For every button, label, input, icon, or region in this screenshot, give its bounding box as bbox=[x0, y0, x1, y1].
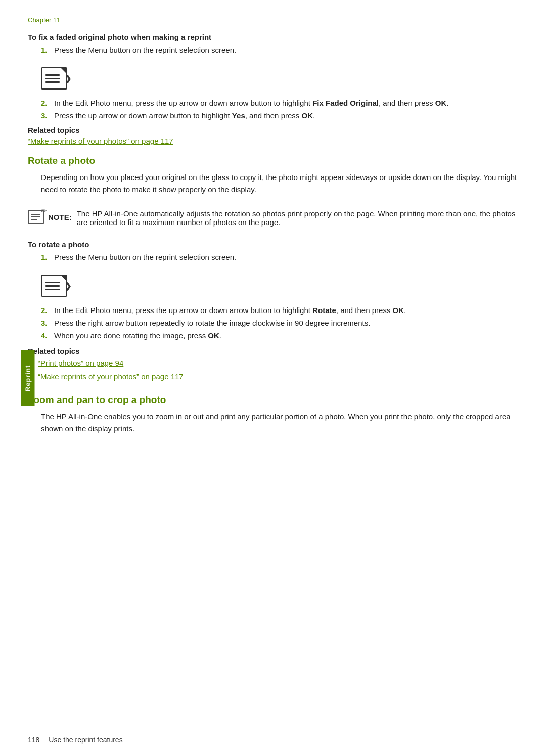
note-pencil-icon: ✏ bbox=[41, 207, 47, 215]
rotate-related-link-1[interactable]: “Print photos” on page 94 bbox=[38, 358, 123, 369]
menu-line-2 bbox=[46, 78, 60, 79]
fix-step-2-num: 2. bbox=[41, 99, 54, 107]
menu-line-1 bbox=[46, 74, 60, 76]
rotate-related-links: • “Print photos” on page 94 • “Make repr… bbox=[28, 358, 518, 382]
rotate-step-2-text: In the Edit Photo menu, press the up arr… bbox=[54, 306, 406, 315]
rotate-step-4: 4. When you are done rotating the image,… bbox=[41, 331, 518, 340]
rotate-related-heading: Related topics bbox=[28, 347, 518, 355]
step-num-1: 1. bbox=[41, 46, 54, 54]
fix-faded-section: To fix a faded original photo when makin… bbox=[28, 33, 518, 145]
rotate-step-1: 1. Press the Menu button on the reprint … bbox=[41, 253, 518, 261]
rotate-step-1-num: 1. bbox=[41, 253, 54, 261]
zoom-section: Zoom and pan to crop a photo The HP All-… bbox=[28, 394, 518, 435]
chapter-text: Chapter 11 bbox=[28, 16, 60, 24]
menu-icon-graphic-1: ❯ bbox=[41, 67, 67, 90]
note-label: NOTE: bbox=[48, 213, 72, 221]
menu-line-3 bbox=[46, 81, 60, 83]
page-footer: 118 Use the reprint features bbox=[28, 736, 518, 744]
note-doc-icon: ✏ bbox=[28, 210, 44, 224]
rotate-instruction: To rotate a photo 1. Press the Menu butt… bbox=[28, 240, 518, 382]
side-tab-label: Reprint bbox=[24, 365, 32, 391]
menu-icon-1: ❯ bbox=[41, 67, 67, 90]
note-content: The HP All-in-One automatically adjusts … bbox=[77, 209, 518, 227]
rotate-step-3-text: Press the right arrow button repeatedly … bbox=[54, 319, 370, 327]
note-text: The HP All-in-One automatically adjusts … bbox=[77, 209, 516, 227]
rotate-step-4-num: 4. bbox=[41, 331, 54, 340]
fix-step-1-text: Press the Menu button on the reprint sel… bbox=[54, 46, 236, 54]
fix-step-2-text: In the Edit Photo menu, press the up arr… bbox=[54, 99, 448, 107]
fix-heading: To fix a faded original photo when makin… bbox=[28, 33, 518, 41]
menu-icon-graphic-2: ❯ bbox=[41, 275, 67, 297]
fix-heading-text: To fix a faded original photo when makin… bbox=[28, 33, 211, 41]
note-doc-line2 bbox=[31, 216, 40, 217]
note-icon-wrapper: ✏ NOTE: bbox=[28, 210, 72, 224]
fix-step-3: 3. Press the up arrow or down arrow butt… bbox=[41, 111, 518, 120]
menu-icon-arrow: ❯ bbox=[65, 74, 71, 83]
rotate-step-1-wrap: 1. Press the Menu button on the reprint … bbox=[41, 253, 518, 261]
zoom-intro: The HP All-in-One enables you to zoom in… bbox=[41, 411, 518, 435]
note-icon: ✏ NOTE: bbox=[28, 209, 72, 224]
rotate-step-2-num: 2. bbox=[41, 306, 54, 315]
menu-icon-2: ❯ bbox=[41, 275, 67, 297]
rotate-step-3: 3. Press the right arrow button repeated… bbox=[41, 319, 518, 327]
fix-step-3-text: Press the up arrow or down arrow button … bbox=[54, 111, 315, 120]
fix-step-1: 1. Press the Menu button on the reprint … bbox=[41, 46, 518, 54]
menu-icon-2-corner bbox=[61, 275, 67, 281]
fix-steps: 1. Press the Menu button on the reprint … bbox=[41, 46, 518, 54]
rotate-heading: Rotate a photo bbox=[28, 155, 518, 166]
rotate-step-3-num: 3. bbox=[41, 319, 54, 327]
fix-steps-23: 2. In the Edit Photo menu, press the up … bbox=[41, 99, 518, 120]
rotate-related-topics: Related topics • “Print photos” on page … bbox=[28, 347, 518, 382]
fix-step-3-num: 3. bbox=[41, 111, 54, 120]
zoom-heading: Zoom and pan to crop a photo bbox=[28, 394, 518, 406]
side-tab: Reprint bbox=[21, 350, 35, 406]
chapter-label: Chapter 11 bbox=[28, 16, 518, 24]
rotate-related-link-2-text: “Make reprints of your photos” on page 1… bbox=[38, 372, 184, 381]
note-doc-line1 bbox=[31, 214, 40, 215]
menu-line-6 bbox=[46, 289, 60, 290]
rotate-related-link-2[interactable]: “Make reprints of your photos” on page 1… bbox=[38, 371, 184, 383]
fix-related-link-1[interactable]: “Make reprints of your photos” on page 1… bbox=[28, 137, 173, 145]
note-doc-line3 bbox=[31, 219, 37, 220]
menu-icon-corner bbox=[61, 68, 67, 74]
fix-related-topics: Related topics “Make reprints of your ph… bbox=[28, 126, 518, 145]
menu-line-5 bbox=[46, 285, 60, 287]
note-box: ✏ NOTE: The HP All-in-One automatically … bbox=[28, 203, 518, 233]
rotate-step-4-text: When you are done rotating the image, pr… bbox=[54, 331, 221, 340]
footer-label: Use the reprint features bbox=[49, 736, 122, 744]
rotate-steps-234: 2. In the Edit Photo menu, press the up … bbox=[41, 306, 518, 340]
rotate-related-link-2-item: • “Make reprints of your photos” on page… bbox=[28, 371, 518, 383]
fix-related-link-1-text: “Make reprints of your photos” on page 1… bbox=[28, 137, 173, 145]
rotate-step-2: 2. In the Edit Photo menu, press the up … bbox=[41, 306, 518, 315]
page-number: 118 bbox=[28, 736, 39, 744]
rotate-instruction-heading: To rotate a photo bbox=[28, 240, 518, 249]
rotate-related-link-1-item: • “Print photos” on page 94 bbox=[28, 358, 518, 369]
rotate-body: Depending on how you placed your origina… bbox=[41, 171, 518, 196]
rotate-section: Rotate a photo Depending on how you plac… bbox=[28, 155, 518, 382]
rotate-related-link-1-text: “Print photos” on page 94 bbox=[38, 359, 123, 367]
menu-icon-2-arrow: ❯ bbox=[65, 281, 71, 291]
fix-step-2: 2. In the Edit Photo menu, press the up … bbox=[41, 99, 518, 107]
rotate-step-1-text: Press the Menu button on the reprint sel… bbox=[54, 253, 236, 261]
menu-line-4 bbox=[46, 282, 60, 283]
rotate-intro: Depending on how you placed your origina… bbox=[41, 171, 518, 196]
zoom-body: The HP All-in-One enables you to zoom in… bbox=[41, 411, 518, 435]
fix-related-heading: Related topics bbox=[28, 126, 518, 135]
